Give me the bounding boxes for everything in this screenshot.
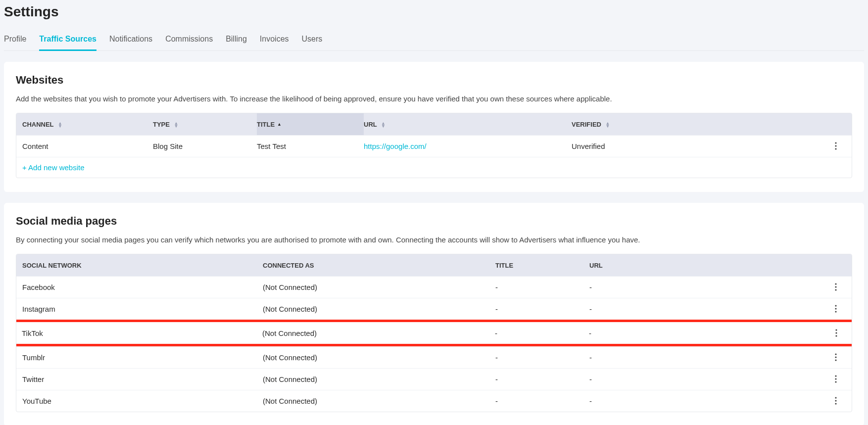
col-channel-label: CHANNEL bbox=[22, 121, 53, 128]
tab-users[interactable]: Users bbox=[302, 31, 323, 50]
col-title[interactable]: TITLE ▲ bbox=[257, 113, 364, 135]
cell-url: https://google.com/ bbox=[364, 142, 572, 150]
social-row-menu[interactable] bbox=[831, 352, 841, 362]
website-url-link[interactable]: https://google.com/ bbox=[364, 142, 427, 150]
social-row-menu[interactable] bbox=[831, 374, 841, 384]
col-connected-as: CONNECTED AS bbox=[263, 262, 495, 269]
website-row-menu[interactable] bbox=[831, 141, 841, 151]
svg-point-15 bbox=[835, 375, 836, 377]
social-row: TikTok(Not Connected)-- bbox=[16, 322, 852, 344]
add-website-link[interactable]: + Add new website bbox=[22, 163, 85, 172]
svg-point-18 bbox=[835, 397, 836, 398]
social-row-menu[interactable] bbox=[831, 282, 841, 292]
tab-profile[interactable]: Profile bbox=[4, 31, 26, 50]
cell-connected: (Not Connected) bbox=[263, 397, 495, 405]
social-row-menu[interactable] bbox=[831, 304, 841, 314]
svg-point-19 bbox=[835, 400, 836, 401]
sort-icon: ▲▼ bbox=[58, 122, 62, 128]
social-row: Facebook(Not Connected)-- bbox=[16, 276, 852, 298]
svg-point-9 bbox=[835, 329, 837, 331]
svg-point-6 bbox=[835, 305, 836, 306]
cell-network: Twitter bbox=[22, 375, 263, 383]
cell-connected: (Not Connected) bbox=[263, 375, 495, 383]
websites-table-header: CHANNEL ▲▼ TYPE ▲▼ TITLE ▲ bbox=[16, 113, 852, 135]
cell-social-url: - bbox=[589, 283, 826, 291]
sort-icon: ▲▼ bbox=[606, 122, 610, 128]
sort-icon: ▲▼ bbox=[174, 122, 179, 128]
social-row: Tumblr(Not Connected)-- bbox=[16, 346, 852, 368]
cell-network: Facebook bbox=[22, 283, 263, 291]
col-channel[interactable]: CHANNEL ▲▼ bbox=[22, 121, 153, 128]
cell-network: Instagram bbox=[22, 305, 263, 313]
website-row: ContentBlog SiteTest Testhttps://google.… bbox=[16, 135, 852, 157]
svg-point-13 bbox=[835, 356, 836, 358]
svg-point-11 bbox=[835, 335, 837, 336]
tab-invoices[interactable]: Invoices bbox=[260, 31, 289, 50]
add-website-row: + Add new website bbox=[16, 157, 852, 178]
cell-social-url: - bbox=[589, 353, 826, 362]
svg-point-0 bbox=[835, 142, 836, 143]
col-social-network: SOCIAL NETWORK bbox=[22, 262, 263, 269]
cell-connected: (Not Connected) bbox=[263, 305, 495, 313]
col-social-url: URL bbox=[589, 262, 826, 269]
col-verified[interactable]: VERIFIED ▲▼ bbox=[572, 121, 826, 128]
cell-social-title: - bbox=[495, 329, 589, 337]
websites-description: Add the websites that you wish to promot… bbox=[16, 94, 852, 103]
cell-social-title: - bbox=[495, 397, 589, 405]
tab-traffic-sources[interactable]: Traffic Sources bbox=[39, 31, 96, 51]
cell-network: YouTube bbox=[22, 397, 263, 405]
col-url-label: URL bbox=[364, 121, 377, 128]
sort-asc-icon: ▲ bbox=[277, 123, 282, 126]
social-heading: Social media pages bbox=[16, 215, 852, 228]
cell-network: Tumblr bbox=[22, 353, 263, 362]
cell-social-url: - bbox=[589, 375, 826, 383]
cell-type: Blog Site bbox=[153, 142, 257, 150]
col-type-label: TYPE bbox=[153, 121, 170, 128]
cell-verified: Unverified bbox=[572, 142, 826, 150]
cell-channel: Content bbox=[22, 142, 153, 150]
svg-point-3 bbox=[835, 283, 836, 284]
cell-social-url: - bbox=[589, 397, 826, 405]
social-table: SOCIAL NETWORK CONNECTED AS TITLE URL Fa… bbox=[16, 254, 852, 412]
svg-point-1 bbox=[835, 145, 836, 146]
svg-point-8 bbox=[835, 311, 836, 312]
cell-social-title: - bbox=[495, 353, 589, 362]
cell-social-url: - bbox=[589, 305, 826, 313]
tab-notifications[interactable]: Notifications bbox=[109, 31, 152, 50]
cell-connected: (Not Connected) bbox=[262, 329, 495, 337]
sort-icon: ▲▼ bbox=[381, 122, 386, 128]
cell-connected: (Not Connected) bbox=[263, 353, 495, 362]
svg-point-7 bbox=[835, 308, 836, 309]
svg-point-12 bbox=[835, 353, 836, 355]
tabs-bar: ProfileTraffic SourcesNotificationsCommi… bbox=[4, 31, 864, 51]
tab-billing[interactable]: Billing bbox=[226, 31, 247, 50]
cell-network: TikTok bbox=[22, 329, 262, 337]
svg-point-4 bbox=[835, 286, 836, 287]
websites-table: CHANNEL ▲▼ TYPE ▲▼ TITLE ▲ bbox=[16, 113, 852, 178]
page-title: Settings bbox=[4, 4, 864, 20]
social-table-header: SOCIAL NETWORK CONNECTED AS TITLE URL bbox=[16, 254, 852, 276]
col-social-title: TITLE bbox=[495, 262, 589, 269]
cell-social-title: - bbox=[495, 305, 589, 313]
col-type[interactable]: TYPE ▲▼ bbox=[153, 121, 257, 128]
cell-social-url: - bbox=[589, 329, 826, 337]
svg-point-17 bbox=[835, 381, 836, 382]
social-row: Instagram(Not Connected)-- bbox=[16, 298, 852, 320]
svg-point-10 bbox=[835, 332, 837, 333]
websites-heading: Websites bbox=[16, 74, 852, 87]
svg-point-20 bbox=[835, 403, 836, 404]
svg-point-16 bbox=[835, 378, 836, 379]
social-row-menu[interactable] bbox=[831, 396, 841, 406]
tab-commissions[interactable]: Commissions bbox=[165, 31, 213, 50]
cell-social-title: - bbox=[495, 375, 589, 383]
col-verified-label: VERIFIED bbox=[572, 121, 601, 128]
svg-point-5 bbox=[835, 289, 836, 290]
svg-point-2 bbox=[835, 148, 836, 149]
social-row: Twitter(Not Connected)-- bbox=[16, 368, 852, 390]
svg-point-14 bbox=[835, 359, 836, 361]
websites-card: Websites Add the websites that you wish … bbox=[4, 62, 864, 192]
cell-title: Test Test bbox=[257, 142, 364, 150]
social-row-menu[interactable] bbox=[831, 328, 841, 338]
col-url[interactable]: URL ▲▼ bbox=[364, 121, 572, 128]
social-row: YouTube(Not Connected)-- bbox=[16, 390, 852, 412]
